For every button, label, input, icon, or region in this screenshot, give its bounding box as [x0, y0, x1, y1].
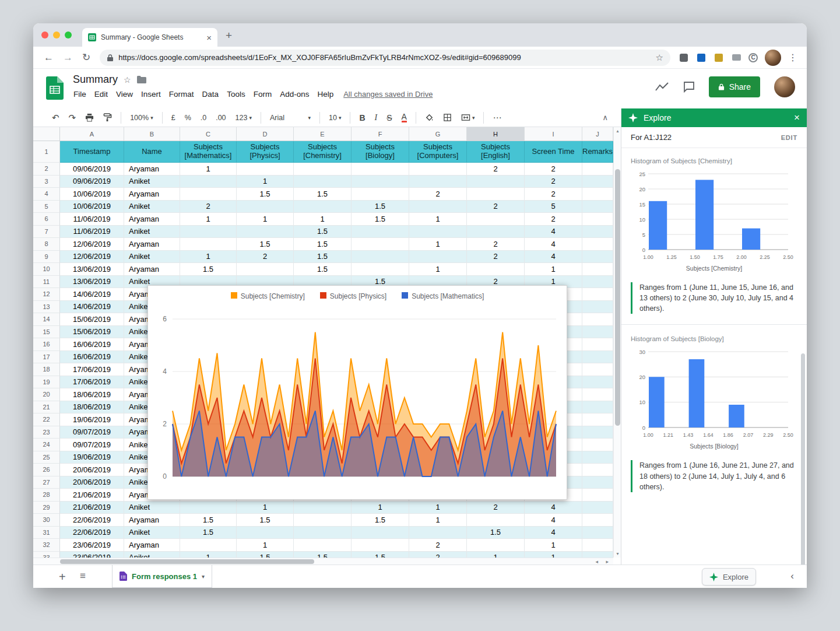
header-cell-F1[interactable]: Subjects [Biology] — [352, 141, 409, 163]
row-header-9[interactable]: 9 — [33, 251, 60, 264]
row-header-29[interactable]: 29 — [33, 502, 60, 514]
cell-F7[interactable] — [352, 226, 409, 239]
cell-A7[interactable]: 11/06/2019 — [60, 226, 124, 239]
cell-H29[interactable]: 2 — [467, 502, 525, 514]
sheet-tab-form-responses[interactable]: Form responses 1 ▾ — [112, 565, 212, 588]
browser-tab[interactable]: Summary - Google Sheets × — [82, 28, 217, 47]
header-cell-E1[interactable]: Subjects [Chemistry] — [294, 141, 352, 163]
cell-G5[interactable] — [409, 201, 467, 213]
cell-B3[interactable]: Aniket — [124, 176, 180, 188]
histogram-chemistry-card[interactable]: Histogram of Subjects [Chemistry] 051015… — [631, 157, 797, 272]
row-header-7[interactable]: 7 — [33, 226, 60, 239]
row-header-10[interactable]: 10 — [33, 263, 60, 276]
cell-J20[interactable] — [582, 388, 613, 401]
cell-J15[interactable] — [582, 326, 613, 339]
cell-D8[interactable]: 1.5 — [237, 238, 294, 251]
cell-A25[interactable]: 19/06/2019 — [60, 451, 124, 464]
cell-F32[interactable] — [352, 539, 409, 552]
column-header-F[interactable]: F — [352, 127, 409, 141]
row-header-18[interactable]: 18 — [33, 363, 60, 376]
cell-E30[interactable] — [294, 514, 352, 527]
cell-A20[interactable]: 18/06/2019 — [60, 388, 124, 401]
cell-I2[interactable]: 2 — [525, 163, 582, 176]
histogram-biology-card[interactable]: Histogram of Subjects [Biology] 01020301… — [631, 335, 797, 450]
cell-A10[interactable]: 13/06/2019 — [60, 263, 124, 276]
row-header-2[interactable]: 2 — [33, 163, 60, 176]
cell-D30[interactable]: 1.5 — [237, 514, 294, 527]
row-header-17[interactable]: 17 — [33, 351, 60, 364]
zoom-select[interactable]: 100%▾ — [125, 114, 158, 122]
menu-tools[interactable]: Tools — [223, 90, 249, 99]
row-header-3[interactable]: 3 — [33, 176, 60, 188]
horizontal-scroll-thumb[interactable] — [60, 559, 314, 564]
cell-B30[interactable]: Aryaman — [124, 514, 180, 527]
cell-A4[interactable]: 10/06/2019 — [60, 188, 124, 201]
increase-decimal-button[interactable]: .00 — [211, 114, 230, 122]
menu-file[interactable]: File — [69, 90, 90, 99]
cell-G4[interactable]: 2 — [409, 188, 467, 201]
vertical-scrollbar[interactable]: ▴ ▾ — [613, 127, 621, 558]
document-title[interactable]: Summary — [73, 73, 118, 86]
cell-J12[interactable] — [582, 288, 613, 301]
more-toolbar-icon[interactable]: ⋯ — [488, 113, 506, 123]
cell-C29[interactable] — [180, 502, 237, 514]
cell-C3[interactable] — [180, 176, 237, 188]
cell-I9[interactable]: 4 — [525, 251, 582, 264]
cell-J7[interactable] — [582, 226, 613, 239]
cell-C30[interactable]: 1.5 — [180, 514, 237, 527]
cell-C10[interactable]: 1.5 — [180, 263, 237, 276]
cell-A5[interactable]: 10/06/2019 — [60, 201, 124, 213]
row-header-12[interactable]: 12 — [33, 288, 60, 301]
cell-J19[interactable] — [582, 376, 613, 389]
cell-A18[interactable]: 17/06/2019 — [60, 363, 124, 376]
sheet-tab-menu-icon[interactable]: ▾ — [202, 573, 205, 580]
cell-F10[interactable] — [352, 263, 409, 276]
cell-H32[interactable] — [467, 539, 525, 552]
explore-close-icon[interactable]: × — [794, 112, 800, 124]
row-header-19[interactable]: 19 — [33, 376, 60, 389]
cast-icon[interactable] — [731, 52, 741, 63]
cell-A19[interactable]: 17/06/2019 — [60, 376, 124, 389]
cell-E9[interactable]: 1.5 — [294, 251, 352, 264]
cell-H6[interactable] — [467, 213, 525, 226]
cell-B31[interactable]: Aniket — [124, 527, 180, 539]
cell-C6[interactable]: 1 — [180, 213, 237, 226]
cell-F8[interactable] — [352, 238, 409, 251]
cell-E8[interactable]: 1.5 — [294, 238, 352, 251]
column-header-C[interactable]: C — [180, 127, 237, 141]
cell-A26[interactable]: 20/06/2019 — [60, 464, 124, 476]
row-header-27[interactable]: 27 — [33, 476, 60, 489]
cell-E10[interactable]: 1.5 — [294, 263, 352, 276]
comments-icon[interactable] — [683, 81, 695, 93]
close-window-button[interactable] — [41, 31, 48, 38]
cell-B6[interactable]: Aryaman — [124, 213, 180, 226]
menu-view[interactable]: View — [112, 90, 137, 99]
add-sheet-icon[interactable]: + — [59, 570, 66, 584]
cell-I6[interactable]: 2 — [525, 213, 582, 226]
cell-D9[interactable]: 2 — [237, 251, 294, 264]
row-header-26[interactable]: 26 — [33, 464, 60, 476]
cell-H10[interactable] — [467, 263, 525, 276]
cell-F9[interactable] — [352, 251, 409, 264]
collapse-toolbar-icon[interactable]: ∧ — [602, 113, 608, 122]
forward-icon[interactable]: → — [63, 52, 73, 64]
scroll-left-icon[interactable]: ◂ — [595, 558, 598, 565]
cell-G7[interactable] — [409, 226, 467, 239]
cell-A17[interactable]: 16/06/2019 — [60, 351, 124, 364]
account-avatar[interactable] — [774, 76, 795, 97]
cell-H30[interactable] — [467, 514, 525, 527]
row-header-4[interactable]: 4 — [33, 188, 60, 201]
cell-H4[interactable] — [467, 188, 525, 201]
cell-G29[interactable]: 1 — [409, 502, 467, 514]
cell-J13[interactable] — [582, 301, 613, 314]
cell-H3[interactable] — [467, 176, 525, 188]
cell-A24[interactable]: 09/07/2019 — [60, 439, 124, 451]
embedded-chart[interactable]: Subjects [Chemistry] Subjects [Physics] … — [147, 285, 567, 500]
cell-D5[interactable] — [237, 201, 294, 213]
cell-F31[interactable] — [352, 527, 409, 539]
header-cell-J1[interactable]: Remarks — [582, 141, 613, 163]
cell-J9[interactable] — [582, 251, 613, 264]
cell-D4[interactable]: 1.5 — [237, 188, 294, 201]
hide-panel-icon[interactable]: ‹ — [790, 570, 794, 582]
save-status[interactable]: All changes saved in Drive — [343, 90, 433, 99]
